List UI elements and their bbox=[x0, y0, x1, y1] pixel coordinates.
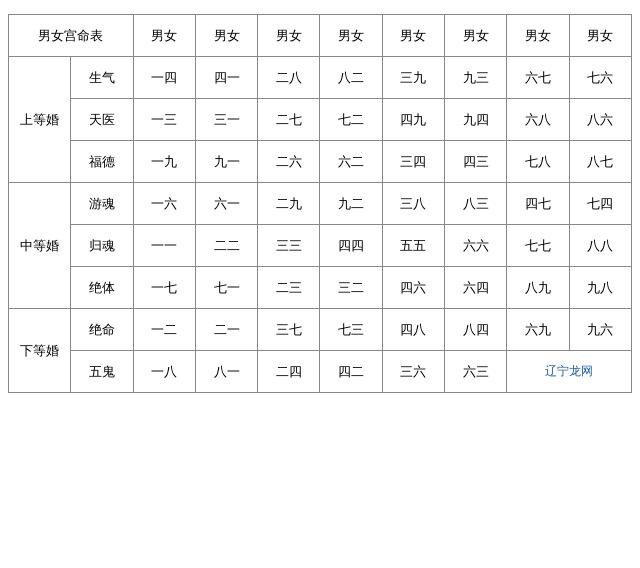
grade-cell: 上等婚 bbox=[9, 57, 71, 183]
data-cell: 六一 bbox=[195, 183, 257, 225]
data-cell: 一六 bbox=[133, 183, 195, 225]
data-cell: 四七 bbox=[507, 183, 569, 225]
data-cell: 四四 bbox=[320, 225, 382, 267]
table-row: 上等婚生气一四四一二八八二三九九三六七七六 bbox=[9, 57, 632, 99]
data-cell: 二七 bbox=[258, 99, 320, 141]
data-cell: 三七 bbox=[258, 309, 320, 351]
row-name: 绝体 bbox=[71, 267, 133, 309]
data-cell: 二一 bbox=[195, 309, 257, 351]
table-row: 下等婚绝命一二二一三七七三四八八四六九九六 bbox=[9, 309, 632, 351]
data-cell: 一九 bbox=[133, 141, 195, 183]
table-row: 绝体一七七一二三三二四六六四八九九八 bbox=[9, 267, 632, 309]
main-table: 男女宫命表男女男女男女男女男女男女男女男女上等婚生气一四四一二八八二三九九三六七… bbox=[8, 14, 632, 393]
data-cell: 二八 bbox=[258, 57, 320, 99]
data-cell: 八七 bbox=[569, 141, 631, 183]
data-cell: 三三 bbox=[258, 225, 320, 267]
data-cell: 二六 bbox=[258, 141, 320, 183]
data-cell: 四八 bbox=[382, 309, 444, 351]
data-cell: 八八 bbox=[569, 225, 631, 267]
data-cell: 九二 bbox=[320, 183, 382, 225]
data-cell: 六六 bbox=[445, 225, 507, 267]
data-cell: 七四 bbox=[569, 183, 631, 225]
data-cell: 六二 bbox=[320, 141, 382, 183]
header-col-2: 男女 bbox=[195, 15, 257, 57]
data-cell: 六八 bbox=[507, 99, 569, 141]
data-cell: 一七 bbox=[133, 267, 195, 309]
data-cell: 三六 bbox=[382, 351, 444, 393]
header-col-6: 男女 bbox=[445, 15, 507, 57]
header-col0: 男女宫命表 bbox=[9, 15, 134, 57]
data-cell: 三八 bbox=[382, 183, 444, 225]
data-cell: 七二 bbox=[320, 99, 382, 141]
row-name: 福德 bbox=[71, 141, 133, 183]
header-col-4: 男女 bbox=[320, 15, 382, 57]
data-cell: 一四 bbox=[133, 57, 195, 99]
data-cell: 九四 bbox=[445, 99, 507, 141]
data-cell: 三九 bbox=[382, 57, 444, 99]
data-cell: 五五 bbox=[382, 225, 444, 267]
data-cell: 辽宁龙网 bbox=[507, 351, 632, 393]
table-row: 归魂一一二二三三四四五五六六七七八八 bbox=[9, 225, 632, 267]
header-col-1: 男女 bbox=[133, 15, 195, 57]
data-cell: 一二 bbox=[133, 309, 195, 351]
data-cell: 二二 bbox=[195, 225, 257, 267]
data-cell: 八三 bbox=[445, 183, 507, 225]
data-cell: 四六 bbox=[382, 267, 444, 309]
row-name: 生气 bbox=[71, 57, 133, 99]
grade-cell: 下等婚 bbox=[9, 309, 71, 393]
data-cell: 八四 bbox=[445, 309, 507, 351]
row-name: 天医 bbox=[71, 99, 133, 141]
data-cell: 一三 bbox=[133, 99, 195, 141]
data-cell: 九六 bbox=[569, 309, 631, 351]
table-row: 中等婚游魂一六六一二九九二三八八三四七七四 bbox=[9, 183, 632, 225]
data-cell: 四九 bbox=[382, 99, 444, 141]
header-col-5: 男女 bbox=[382, 15, 444, 57]
data-cell: 一八 bbox=[133, 351, 195, 393]
data-cell: 九八 bbox=[569, 267, 631, 309]
data-cell: 六四 bbox=[445, 267, 507, 309]
data-cell: 二三 bbox=[258, 267, 320, 309]
data-cell: 六七 bbox=[507, 57, 569, 99]
data-cell: 四一 bbox=[195, 57, 257, 99]
data-cell: 六九 bbox=[507, 309, 569, 351]
data-cell: 七七 bbox=[507, 225, 569, 267]
data-cell: 四二 bbox=[320, 351, 382, 393]
data-cell: 二九 bbox=[258, 183, 320, 225]
header-col-3: 男女 bbox=[258, 15, 320, 57]
grade-cell: 中等婚 bbox=[9, 183, 71, 309]
row-name: 游魂 bbox=[71, 183, 133, 225]
data-cell: 八二 bbox=[320, 57, 382, 99]
data-cell: 八六 bbox=[569, 99, 631, 141]
row-name: 归魂 bbox=[71, 225, 133, 267]
row-name: 五鬼 bbox=[71, 351, 133, 393]
data-cell: 七八 bbox=[507, 141, 569, 183]
data-cell: 三一 bbox=[195, 99, 257, 141]
watermark-text: 辽宁龙网 bbox=[545, 364, 593, 378]
data-cell: 七一 bbox=[195, 267, 257, 309]
data-cell: 八九 bbox=[507, 267, 569, 309]
data-cell: 四三 bbox=[445, 141, 507, 183]
data-cell: 七六 bbox=[569, 57, 631, 99]
data-cell: 三四 bbox=[382, 141, 444, 183]
table-row: 天医一三三一二七七二四九九四六八八六 bbox=[9, 99, 632, 141]
data-cell: 八一 bbox=[195, 351, 257, 393]
data-cell: 一一 bbox=[133, 225, 195, 267]
data-cell: 九一 bbox=[195, 141, 257, 183]
data-cell: 六三 bbox=[445, 351, 507, 393]
data-cell: 九三 bbox=[445, 57, 507, 99]
table-row: 福德一九九一二六六二三四四三七八八七 bbox=[9, 141, 632, 183]
data-cell: 七三 bbox=[320, 309, 382, 351]
table-row: 五鬼一八八一二四四二三六六三辽宁龙网 bbox=[9, 351, 632, 393]
header-col-8: 男女 bbox=[569, 15, 631, 57]
header-col-7: 男女 bbox=[507, 15, 569, 57]
data-cell: 二四 bbox=[258, 351, 320, 393]
row-name: 绝命 bbox=[71, 309, 133, 351]
data-cell: 三二 bbox=[320, 267, 382, 309]
